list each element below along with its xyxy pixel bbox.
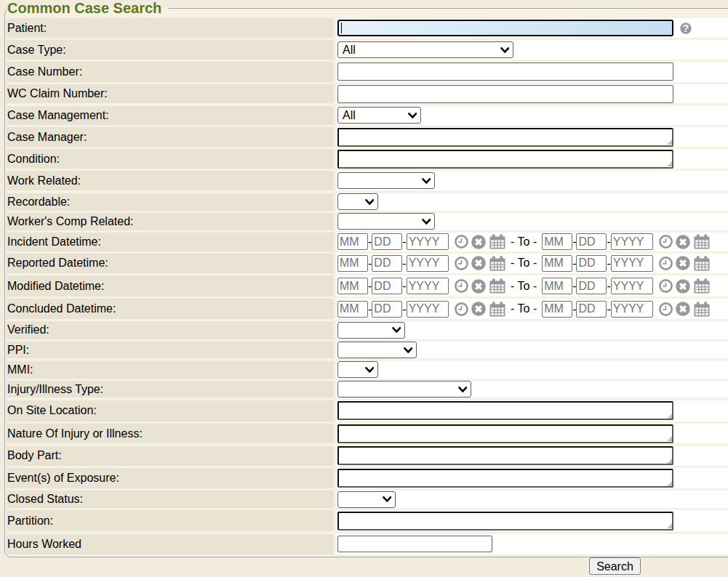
svg-text:?: ? xyxy=(682,23,689,34)
